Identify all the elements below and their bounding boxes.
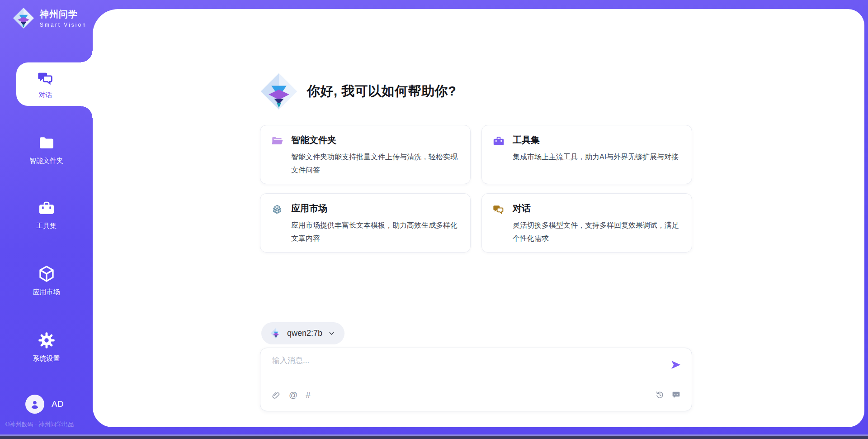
- sidebar-item-app-market[interactable]: 应用市场: [0, 264, 93, 296]
- app-window: 神州问学 Smart Vision 对话 智能文件夹 工具集: [0, 0, 868, 439]
- feedback-icon[interactable]: [671, 390, 681, 400]
- person-icon: [29, 398, 41, 410]
- sidebar-item-label: 智能文件夹: [29, 157, 63, 165]
- feature-card-smart-folder[interactable]: 智能文件夹 智能文件夹功能支持批量文件上传与清洗，轻松实现文件问答: [260, 125, 471, 184]
- chat-icon: [492, 203, 505, 216]
- avatar: [25, 395, 44, 414]
- model-name: qwen2:7b: [287, 329, 322, 338]
- chat-icon: [37, 69, 55, 87]
- composer-tools: @ #: [271, 390, 311, 400]
- user-profile[interactable]: AD: [25, 395, 63, 414]
- chevron-down-icon: [328, 329, 335, 337]
- sidebar-item-label: 对话: [39, 91, 52, 100]
- feature-card-toolbox[interactable]: 工具集 集成市场上主流工具，助力AI与外界无缝扩展与对接: [481, 125, 692, 184]
- attachment-icon[interactable]: [271, 391, 281, 400]
- brand-name: 神州问学: [40, 8, 87, 20]
- tab-curve-top: [81, 51, 93, 62]
- copyright: ©神州数码 · 神州问学出品: [5, 420, 96, 429]
- hero: 你好, 我可以如何帮助你?: [260, 72, 456, 110]
- user-initials: AD: [52, 399, 63, 409]
- card-description: 智能文件夹功能支持批量文件上传与清洗，轻松实现文件问答: [291, 150, 458, 177]
- greeting-title: 你好, 我可以如何帮助你?: [307, 82, 456, 100]
- gear-icon: [37, 331, 56, 350]
- send-icon: [670, 359, 682, 371]
- brand-logo-icon: [13, 7, 34, 29]
- card-description: 集成市场上主流工具，助力AI与外界无缝扩展与对接: [513, 150, 680, 163]
- brand-subtitle: Smart Vision: [40, 22, 87, 28]
- brand-logo-icon: [260, 72, 298, 110]
- hashtag-icon[interactable]: #: [306, 390, 311, 400]
- feature-card-chat[interactable]: 对话 灵活切换多模型文件，支持多样回复效果调试，满足个性化需求: [481, 193, 692, 253]
- sidebar-item-settings[interactable]: 系统设置: [0, 331, 93, 363]
- sidebar-item-smart-folder[interactable]: 智能文件夹: [0, 134, 93, 165]
- cube-icon: [37, 264, 56, 283]
- toolbox-icon: [492, 135, 505, 148]
- folder-icon: [38, 134, 56, 152]
- toolbox-icon: [38, 199, 56, 217]
- card-description: 灵活切换多模型文件，支持多样回复效果调试，满足个性化需求: [513, 219, 680, 245]
- card-title: 对话: [513, 202, 680, 215]
- composer: @ #: [260, 348, 692, 411]
- feature-cards: 智能文件夹 智能文件夹功能支持批量文件上传与清洗，轻松实现文件问答 工具集 集成…: [260, 125, 692, 253]
- blocks-icon: [271, 203, 283, 216]
- sidebar-item-label: 工具集: [36, 222, 57, 230]
- history-icon[interactable]: [655, 390, 665, 400]
- model-logo-icon: [270, 328, 282, 339]
- bottom-edge: [0, 436, 868, 439]
- sidebar-item-label: 应用市场: [33, 288, 60, 296]
- card-title: 应用市场: [291, 202, 458, 215]
- tab-curve-bottom: [81, 106, 93, 118]
- sidebar-item-toolbox[interactable]: 工具集: [0, 199, 93, 230]
- card-description: 应用市场提供丰富长文本模板，助力高效生成多样化文章内容: [291, 219, 458, 245]
- model-selector[interactable]: qwen2:7b: [261, 322, 344, 344]
- message-input[interactable]: [271, 354, 657, 382]
- card-title: 智能文件夹: [291, 134, 458, 146]
- brand: 神州问学 Smart Vision: [13, 7, 87, 29]
- mention-icon[interactable]: @: [289, 390, 297, 400]
- composer-divider: [269, 384, 683, 384]
- sidebar-item-label: 系统设置: [33, 354, 60, 363]
- feature-card-app-market[interactable]: 应用市场 应用市场提供丰富长文本模板，助力高效生成多样化文章内容: [260, 193, 471, 253]
- card-title: 工具集: [513, 134, 680, 146]
- composer-right-tools: [655, 390, 681, 400]
- folder-open-icon: [271, 135, 283, 148]
- sidebar-item-chat[interactable]: 对话: [16, 62, 93, 106]
- send-button[interactable]: [670, 359, 682, 371]
